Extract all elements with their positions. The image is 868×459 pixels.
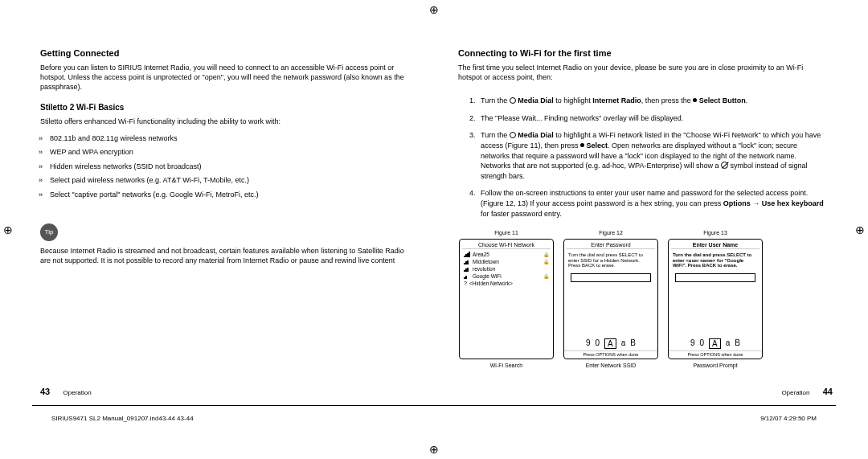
figure-caption: Figure 13 (703, 230, 727, 236)
device-screen: Choose Wi-Fi Network Area25🔒 Middletown🔒… (459, 239, 554, 359)
device-keys: 9 0 A a B (669, 334, 762, 350)
tip-badge: Tip (40, 223, 58, 241)
section-label: Operation (781, 389, 809, 396)
network-row: Area25🔒 (462, 251, 551, 258)
signal-icon (464, 252, 470, 257)
list-item: Follow the on-screen instructions to ent… (477, 186, 828, 223)
signal-icon (464, 260, 470, 264)
heading-connecting: Connecting to Wi-Fi for the first time (458, 48, 828, 58)
figures-row: Figure 11 Choose Wi-Fi Network Area25🔒 M… (458, 230, 828, 368)
signal-icon (464, 274, 470, 279)
figure-12: Figure 12 Enter Password Turn the dial a… (563, 230, 659, 368)
footer-right: Operation 44 (781, 387, 833, 396)
print-meta-right: 9/12/07 4:29:50 PM (760, 415, 817, 422)
heading-wifi-basics: Stiletto 2 Wi-Fi Basics (40, 103, 410, 112)
device-footer: Press OPTIONS when done (669, 350, 762, 359)
paragraph: Stiletto offers enhanced Wi-Fi functiona… (40, 117, 410, 126)
device-title: Enter Password (567, 242, 655, 249)
registration-mark-icon: ⊕ (429, 3, 439, 16)
figure-caption: Figure 12 (599, 230, 623, 236)
footer-rule (32, 405, 836, 406)
lock-icon: 🔒 (543, 273, 549, 279)
figure-11: Figure 11 Choose Wi-Fi Network Area25🔒 M… (458, 230, 555, 368)
lock-icon: 🔒 (543, 252, 549, 257)
network-row: ?<Hidden Network> (462, 280, 551, 287)
unknown-icon: ? (464, 281, 467, 286)
steps-list: Turn the Media Dial to highlight Interne… (458, 93, 828, 223)
device-screen: Enter User Name Turn the dial and press … (668, 239, 763, 359)
print-meta-left: SIRIUS9471 SL2 Manual_091207.ind43-44 43… (51, 415, 194, 422)
registration-mark-icon: ⊕ (3, 223, 13, 236)
list-item: Hidden wireless networks (SSID not broad… (50, 160, 410, 174)
heading-getting-connected: Getting Connected (40, 48, 410, 58)
device-body: Turn the dial and press SELECT to enter … (567, 251, 655, 270)
network-row: Middletown🔒 (462, 258, 551, 265)
list-item: Turn the Media Dial to highlight Interne… (477, 93, 828, 111)
figure-caption: Figure 11 (494, 230, 518, 236)
page-left: Getting Connected Before you can listen … (16, 48, 434, 394)
list-item: WEP and WPA encryption (50, 145, 410, 160)
footer-left: 43 Operation (40, 387, 92, 396)
list-item: Select "captive portal" networks (e.g. G… (50, 188, 410, 203)
paragraph: Before you can listen to SIRIUS Internet… (40, 63, 410, 92)
list-item: Turn the Media Dial to highlight a Wi-Fi… (477, 128, 828, 186)
device-screen: Enter Password Turn the dial and press S… (563, 239, 658, 359)
signal-icon (464, 267, 470, 272)
list-item: Select paid wireless networks (e.g. AT&T… (50, 174, 410, 188)
list-item: The "Please Wait... Finding networks" ov… (477, 111, 828, 129)
device-input (571, 273, 651, 282)
network-row: revolution (462, 265, 551, 273)
dial-icon (510, 132, 516, 138)
lock-icon: 🔒 (543, 259, 549, 264)
figure-13: Figure 13 Enter User Name Turn the dial … (667, 230, 764, 368)
registration-mark-icon: ⊕ (855, 223, 865, 236)
dial-icon (510, 97, 516, 104)
registration-mark-icon: ⊕ (429, 443, 439, 456)
network-row: Google WiFi🔒 (462, 273, 551, 280)
figure-caption: Password Prompt (693, 363, 737, 368)
tip-body: Because Internet Radio is streamed and n… (40, 246, 410, 265)
list-item: 802.11b and 802.11g wireless networks (50, 132, 410, 146)
device-keys: 9 0 A a B (564, 334, 657, 350)
device-body: Turn the dial and press SELECT to enter … (671, 251, 760, 270)
feature-list: 802.11b and 802.11g wireless networks WE… (40, 132, 410, 203)
device-title: Enter User Name (671, 242, 760, 249)
page-right: Connecting to Wi-Fi for the first time T… (434, 48, 852, 394)
figure-caption: Enter Network SSID (586, 363, 637, 368)
device-footer: Press OPTIONS when done (564, 350, 657, 359)
unsupported-icon (721, 162, 728, 169)
device-title: Choose Wi-Fi Network (462, 242, 551, 249)
page-number: 43 (40, 387, 50, 396)
figure-caption: Wi-Fi Search (490, 363, 522, 368)
page-number: 44 (823, 387, 833, 396)
section-label: Operation (63, 389, 91, 396)
paragraph: The first time you select Internet Radio… (458, 63, 828, 82)
device-input (675, 273, 755, 282)
